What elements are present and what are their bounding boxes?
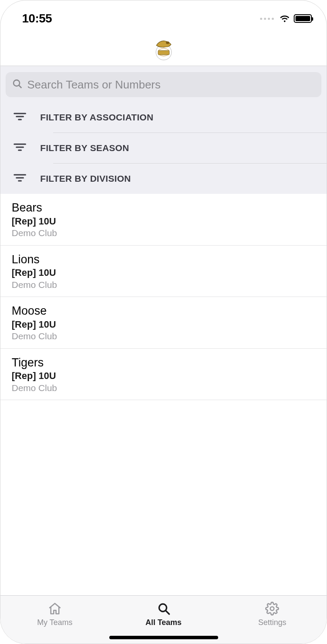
team-row[interactable]: Tigers [Rep] 10U Demo Club — [0, 349, 327, 401]
app-logo — [150, 35, 177, 62]
filter-icon — [13, 173, 26, 184]
teams-list: Bears [Rep] 10U Demo Club Lions [Rep] 10… — [0, 194, 327, 400]
battery-icon — [294, 14, 312, 23]
filter-association[interactable]: FILTER BY ASSOCIATION — [0, 102, 327, 133]
svg-point-1 — [166, 41, 169, 44]
team-division: [Rep] 10U — [12, 215, 315, 227]
team-name: Bears — [12, 201, 315, 215]
team-row[interactable]: Lions [Rep] 10U Demo Club — [0, 246, 327, 297]
search-wrap — [0, 66, 327, 102]
tab-label: All Teams — [146, 618, 182, 627]
team-club: Demo Club — [12, 227, 315, 239]
svg-line-4 — [19, 85, 22, 88]
team-row[interactable]: Moose [Rep] 10U Demo Club — [0, 297, 327, 349]
gear-icon — [265, 602, 279, 616]
home-indicator[interactable] — [109, 636, 218, 639]
home-icon — [48, 602, 62, 616]
search-input[interactable] — [27, 78, 315, 92]
team-division: [Rep] 10U — [12, 267, 315, 279]
device-frame: 10:55 — [0, 0, 327, 644]
tab-my-teams[interactable]: My Teams — [0, 596, 109, 644]
status-bar: 10:55 — [0, 6, 327, 31]
team-name: Lions — [12, 253, 315, 267]
tab-label: My Teams — [37, 618, 73, 627]
team-name: Tigers — [12, 356, 315, 370]
filter-label: FILTER BY SEASON — [40, 143, 129, 153]
svg-point-3 — [13, 80, 19, 86]
filter-division[interactable]: FILTER BY DIVISION — [0, 164, 327, 194]
filter-label: FILTER BY ASSOCIATION — [40, 112, 153, 123]
search-icon — [12, 78, 23, 91]
filters-section: FILTER BY ASSOCIATION FILTER BY SEASON — [0, 66, 327, 194]
team-club: Demo Club — [12, 330, 315, 342]
filter-icon — [13, 112, 26, 123]
tab-settings[interactable]: Settings — [218, 596, 327, 644]
svg-rect-2 — [158, 51, 169, 55]
team-row[interactable]: Bears [Rep] 10U Demo Club — [0, 194, 327, 246]
team-club: Demo Club — [12, 382, 315, 394]
tab-label: Settings — [258, 618, 286, 627]
search-icon — [156, 602, 171, 616]
signal-dots-icon — [260, 18, 274, 20]
team-division: [Rep] 10U — [12, 370, 315, 382]
status-indicators — [260, 14, 312, 23]
filter-label: FILTER BY DIVISION — [40, 174, 131, 184]
svg-line-15 — [165, 611, 169, 614]
team-division: [Rep] 10U — [12, 319, 315, 331]
search-field[interactable] — [6, 72, 321, 97]
status-time: 10:55 — [22, 12, 52, 25]
header — [0, 31, 327, 66]
filter-season[interactable]: FILTER BY SEASON — [0, 133, 327, 163]
wifi-icon — [279, 14, 290, 23]
svg-point-16 — [270, 607, 274, 611]
team-club: Demo Club — [12, 279, 315, 290]
filter-icon — [13, 142, 26, 154]
team-name: Moose — [12, 304, 315, 319]
